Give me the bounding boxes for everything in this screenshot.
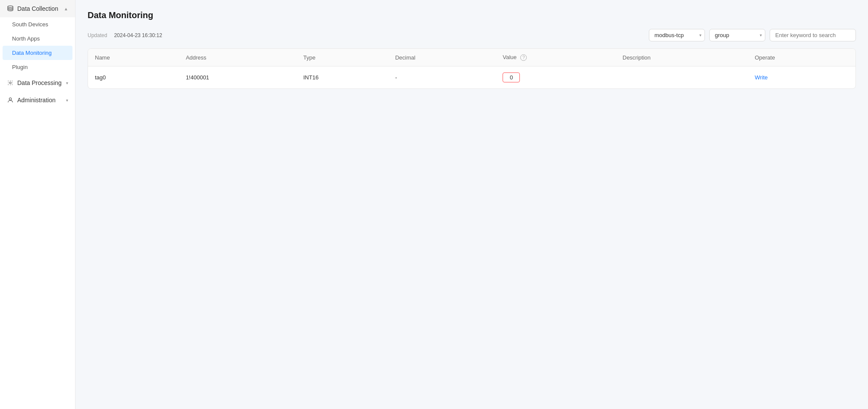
updated-label: Updated bbox=[88, 32, 107, 38]
cell-decimal: - bbox=[388, 66, 496, 89]
value-cell-container: 0 bbox=[503, 72, 609, 82]
table-header-row: Name Address Type Decimal Value ? Descri… bbox=[88, 49, 855, 66]
toolbar: Updated 2024-04-23 16:30:12 modbus-tcp o… bbox=[88, 29, 856, 41]
data-processing-section-icon-label: Data Processing bbox=[7, 79, 62, 86]
sidebar-item-north-apps[interactable]: North Apps bbox=[0, 31, 75, 46]
cell-name: tag0 bbox=[88, 66, 179, 89]
col-header-description: Description bbox=[616, 49, 748, 66]
sidebar-section-data-processing: Data Processing ▾ bbox=[0, 74, 75, 91]
table-header: Name Address Type Decimal Value ? Descri… bbox=[88, 49, 855, 66]
col-header-type: Type bbox=[296, 49, 388, 66]
search-input[interactable] bbox=[770, 29, 856, 41]
table-row: tag0 1!400001 INT16 - 0 Write bbox=[88, 66, 855, 89]
value-help-icon[interactable]: ? bbox=[520, 54, 527, 61]
svg-point-2 bbox=[9, 98, 11, 100]
group-select-wrapper: group group1 group2 ▾ bbox=[709, 29, 765, 41]
sidebar-section-header-data-collection[interactable]: Data Collection ▲ bbox=[0, 0, 75, 17]
administration-label: Administration bbox=[17, 97, 56, 104]
sidebar-section-header-administration[interactable]: Administration ▾ bbox=[0, 91, 75, 109]
sidebar: Data Collection ▲ South Devices North Ap… bbox=[0, 0, 75, 409]
admin-icon bbox=[7, 97, 14, 104]
col-header-operate: Operate bbox=[748, 49, 855, 66]
cell-value: 0 bbox=[496, 66, 616, 89]
administration-chevron: ▾ bbox=[66, 98, 68, 103]
svg-point-0 bbox=[8, 6, 13, 7]
updated-time: 2024-04-23 16:30:12 bbox=[114, 32, 162, 38]
data-collection-label: Data Collection bbox=[17, 5, 58, 12]
col-header-decimal: Decimal bbox=[388, 49, 496, 66]
value-box: 0 bbox=[503, 72, 520, 82]
cell-type: INT16 bbox=[296, 66, 388, 89]
data-processing-chevron: ▾ bbox=[66, 81, 68, 85]
col-header-value: Value ? bbox=[496, 49, 616, 66]
svg-point-1 bbox=[9, 82, 11, 84]
data-collection-sub-items: South Devices North Apps Data Monitoring… bbox=[0, 17, 75, 74]
page-title: Data Monitoring bbox=[88, 10, 856, 20]
data-processing-label: Data Processing bbox=[17, 79, 62, 86]
data-table-container: Name Address Type Decimal Value ? Descri… bbox=[88, 48, 856, 89]
data-table: Name Address Type Decimal Value ? Descri… bbox=[88, 49, 855, 88]
cell-description bbox=[616, 66, 748, 89]
cell-operate: Write bbox=[748, 66, 855, 89]
write-button[interactable]: Write bbox=[755, 74, 767, 81]
protocol-select[interactable]: modbus-tcp opc-ua mqtt bbox=[649, 29, 705, 41]
sidebar-item-south-devices[interactable]: South Devices bbox=[0, 17, 75, 31]
col-header-name: Name bbox=[88, 49, 179, 66]
processing-icon bbox=[7, 79, 14, 86]
toolbar-right: modbus-tcp opc-ua mqtt ▾ group group1 gr… bbox=[649, 29, 856, 41]
main-content: Data Monitoring Updated 2024-04-23 16:30… bbox=[75, 0, 868, 409]
sidebar-section-administration: Administration ▾ bbox=[0, 91, 75, 109]
cell-address: 1!400001 bbox=[179, 66, 296, 89]
table-body: tag0 1!400001 INT16 - 0 Write bbox=[88, 66, 855, 89]
col-header-address: Address bbox=[179, 49, 296, 66]
database-icon bbox=[7, 5, 14, 12]
protocol-select-wrapper: modbus-tcp opc-ua mqtt ▾ bbox=[649, 29, 705, 41]
group-select[interactable]: group group1 group2 bbox=[709, 29, 765, 41]
sidebar-section-data-collection: Data Collection ▲ South Devices North Ap… bbox=[0, 0, 75, 74]
administration-section-icon-label: Administration bbox=[7, 97, 56, 104]
data-collection-section-icon-label: Data Collection bbox=[7, 5, 58, 12]
sidebar-item-plugin[interactable]: Plugin bbox=[0, 60, 75, 74]
sidebar-item-data-monitoring[interactable]: Data Monitoring bbox=[3, 46, 72, 60]
data-collection-chevron: ▲ bbox=[64, 6, 68, 11]
sidebar-section-header-data-processing[interactable]: Data Processing ▾ bbox=[0, 74, 75, 91]
